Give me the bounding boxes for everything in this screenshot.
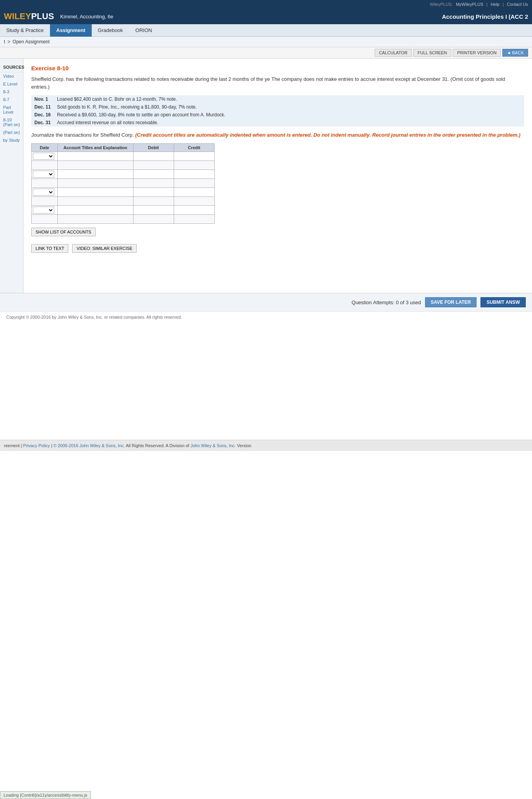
- credit-cell-3b[interactable]: [174, 197, 214, 206]
- credit-cell-4a[interactable]: [174, 206, 214, 215]
- title-input-3b[interactable]: [59, 198, 132, 205]
- credit-input-3b[interactable]: [175, 198, 213, 205]
- debit-cell-1a[interactable]: [133, 152, 174, 161]
- debit-cell-2b[interactable]: [133, 179, 174, 188]
- credit-cell-4b[interactable]: [174, 215, 214, 224]
- show-list-accounts-button[interactable]: SHOW LIST OF ACCOUNTS: [31, 228, 96, 236]
- debit-input-4a[interactable]: [135, 207, 173, 214]
- credit-input-3a[interactable]: [175, 189, 213, 196]
- date-cell-2[interactable]: Nov. 1 Dec. 11 Dec. 16 Dec. 31: [32, 170, 58, 179]
- credit-input-4a[interactable]: [175, 207, 213, 214]
- sidebar-item-8-3[interactable]: 8-3: [0, 88, 23, 96]
- title-input-1b[interactable]: [59, 162, 132, 169]
- save-for-later-button[interactable]: SAVE FOR LATER: [425, 297, 477, 307]
- table-row: Nov. 1 Dec. 11 Dec. 16 Dec. 31: [32, 152, 215, 161]
- date-cell-3[interactable]: Nov. 1 Dec. 11 Dec. 16 Dec. 31: [32, 188, 58, 197]
- course-title: Accounting Principles I (ACC 2: [442, 13, 528, 20]
- credit-cell-2a[interactable]: [174, 170, 214, 179]
- nav-tabs: Study & Practice Assignment Gradebook OR…: [0, 24, 532, 37]
- video-similar-exercise-button[interactable]: VIDEO: SIMILAR EXERCISE: [72, 244, 137, 253]
- title-input-2b[interactable]: [59, 180, 132, 187]
- title-input-4b[interactable]: [59, 216, 132, 223]
- title-cell-2b[interactable]: [58, 179, 133, 188]
- title-input-1a[interactable]: [59, 153, 132, 160]
- debit-input-2b[interactable]: [135, 180, 173, 187]
- sidebar-item-level[interactable]: E Level: [0, 80, 23, 88]
- sidebar-item-video[interactable]: Video: [0, 72, 23, 80]
- credit-cell-1a[interactable]: [174, 152, 214, 161]
- debit-input-4b[interactable]: [135, 216, 173, 223]
- credit-input-4b[interactable]: [175, 216, 213, 223]
- date-cell-1[interactable]: Nov. 1 Dec. 11 Dec. 16 Dec. 31: [32, 152, 58, 161]
- credit-input-2b[interactable]: [175, 180, 213, 187]
- debit-input-3a[interactable]: [135, 189, 173, 196]
- debit-cell-4b[interactable]: [133, 215, 174, 224]
- title-input-4a[interactable]: [59, 207, 132, 214]
- submit-answer-button[interactable]: SUBMIT ANSW: [480, 297, 526, 307]
- back-button[interactable]: ◄ BACK: [502, 49, 528, 57]
- exercise-title: Exercise 8-10: [31, 65, 524, 71]
- debit-input-1b[interactable]: [135, 162, 173, 169]
- printer-version-button[interactable]: PRINTER VERSION: [453, 49, 501, 57]
- debit-cell-3b[interactable]: [133, 197, 174, 206]
- contact-link[interactable]: Contact Us: [507, 2, 528, 7]
- trans-date: Nov. 1: [31, 95, 54, 103]
- transaction-row: Nov. 1Loaned $62,400 cash to C. Bohr on …: [31, 95, 524, 103]
- title-cell-3b[interactable]: [58, 197, 133, 206]
- help-link[interactable]: Help: [491, 2, 500, 7]
- title-cell-4b[interactable]: [58, 215, 133, 224]
- tab-study-practice[interactable]: Study & Practice: [0, 24, 50, 37]
- toolbar: CALCULATOR FULL SCREEN PRINTER VERSION ◄…: [0, 47, 532, 59]
- link-to-text-button[interactable]: LINK TO TEXT: [31, 244, 68, 253]
- sidebar-item-part-on[interactable]: (Part on): [0, 128, 23, 136]
- sidebar-item-8-7[interactable]: 8-7: [0, 96, 23, 103]
- credit-input-1a[interactable]: [175, 153, 213, 160]
- footer-company-link[interactable]: John Wiley & Sons, Inc.: [190, 443, 236, 448]
- debit-cell-1b[interactable]: [133, 161, 174, 170]
- copyright-text: Copyright © 2000-2016 by John Wiley & So…: [6, 315, 182, 319]
- date-select-3[interactable]: Nov. 1 Dec. 11 Dec. 16 Dec. 31: [33, 189, 54, 196]
- full-screen-button[interactable]: FULL SCREEN: [413, 49, 451, 57]
- debit-cell-3a[interactable]: [133, 188, 174, 197]
- top-bar: WileyPLUS: MyWileyPLUS | Help | Contact …: [0, 0, 532, 9]
- title-cell-3a[interactable]: [58, 188, 133, 197]
- credit-input-1b[interactable]: [175, 162, 213, 169]
- sidebar-item-part-level[interactable]: Part Level: [0, 103, 23, 116]
- credit-cell-3a[interactable]: [174, 188, 214, 197]
- credit-input-2a[interactable]: [175, 171, 213, 178]
- debit-input-3b[interactable]: [135, 198, 173, 205]
- sidebar-item-8-10[interactable]: 8-10 (Part on): [0, 116, 23, 128]
- date-select-1[interactable]: Nov. 1 Dec. 11 Dec. 16 Dec. 31: [33, 153, 54, 160]
- credit-cell-2b[interactable]: [174, 179, 214, 188]
- title-cell-4a[interactable]: [58, 206, 133, 215]
- date-cell-4[interactable]: Nov. 1 Dec. 11 Dec. 16 Dec. 31: [32, 206, 58, 215]
- credit-cell-1b[interactable]: [174, 161, 214, 170]
- date-select-2[interactable]: Nov. 1 Dec. 11 Dec. 16 Dec. 31: [33, 171, 54, 178]
- debit-cell-2a[interactable]: [133, 170, 174, 179]
- debit-input-2a[interactable]: [135, 171, 173, 178]
- breadcrumb-sep: >: [7, 39, 10, 45]
- date-select-4[interactable]: Nov. 1 Dec. 11 Dec. 16 Dec. 31: [33, 207, 54, 214]
- sep1: |: [486, 2, 488, 7]
- debit-cell-4a[interactable]: [133, 206, 174, 215]
- mywileyplus-link[interactable]: MyWileyPLUS: [456, 2, 483, 7]
- footer-copyright-link[interactable]: © 2000-2016 John Wiley & Sons, Inc.: [53, 443, 125, 448]
- title-input-2a[interactable]: [59, 171, 132, 178]
- title-cell-1a[interactable]: [58, 152, 133, 161]
- sidebar-item-by-study[interactable]: by Study: [0, 136, 23, 144]
- debit-input-1a[interactable]: [135, 153, 173, 160]
- footer-privacy-link[interactable]: Privacy Policy: [23, 443, 50, 448]
- tab-orion[interactable]: ORION: [129, 24, 158, 37]
- tab-assignment[interactable]: Assignment: [50, 24, 91, 37]
- tab-gradebook[interactable]: Gradebook: [92, 24, 129, 37]
- title-input-3a[interactable]: [59, 189, 132, 196]
- table-row: Nov. 1 Dec. 11 Dec. 16 Dec. 31: [32, 206, 215, 215]
- content-area: Exercise 8-10 Sheffield Corp. has the fo…: [23, 59, 532, 293]
- title-cell-1b[interactable]: [58, 161, 133, 170]
- sidebar-heading: SOURCES: [0, 62, 23, 72]
- calculator-button[interactable]: CALCULATOR: [375, 49, 412, 57]
- table-row: [32, 179, 215, 188]
- title-cell-2a[interactable]: [58, 170, 133, 179]
- footer-agreement: reement: [4, 443, 20, 448]
- instruction-text: Journalize the transactions for Sheffiel…: [31, 132, 524, 138]
